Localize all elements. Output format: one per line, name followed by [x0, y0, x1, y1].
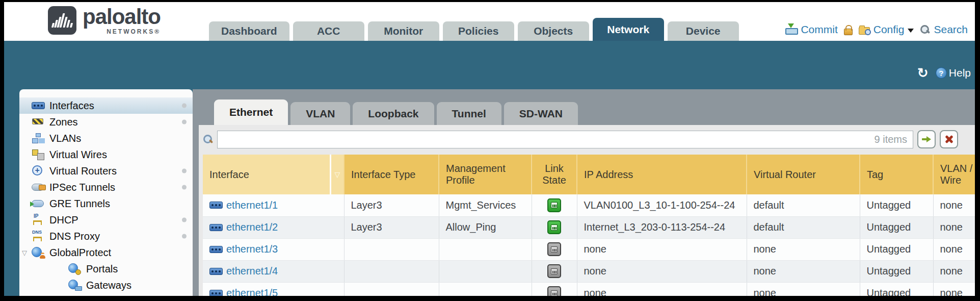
virtual-router-cell: none — [747, 238, 860, 260]
column-header-label: Virtual Router — [754, 169, 859, 181]
column-header-label: Tag — [867, 169, 933, 181]
tab-sd-wan[interactable]: SD-WAN — [504, 102, 578, 125]
nav-tab-acc[interactable]: ACC — [293, 21, 364, 41]
nav-tab-objects[interactable]: Objects — [518, 21, 589, 41]
sidebar-item-label: DNS Proxy — [49, 231, 100, 242]
sidebar-item-label: Virtual Wires — [49, 149, 107, 161]
link-state-cell — [532, 282, 577, 296]
paloalto-logo-icon — [48, 6, 76, 35]
interface-icon — [209, 246, 223, 253]
column-header-link-state[interactable]: LinkState — [532, 155, 577, 194]
tag-cell: Untagged — [860, 194, 933, 216]
sidebar-item-vlans[interactable]: VLANs — [19, 130, 193, 146]
sidebar-item-gateways[interactable]: Gateways — [19, 277, 193, 293]
nav-tab-network[interactable]: Network — [593, 18, 664, 41]
search-icon — [920, 24, 930, 35]
config-menu[interactable]: Config — [859, 23, 914, 36]
column-header-label: VLAN / Virtual — [940, 163, 975, 174]
main-panel: EthernetVLANLoopbackTunnelSD-WAN 9 items — [193, 89, 975, 296]
dhcp-icon — [32, 215, 45, 225]
dns-proxy-icon — [32, 231, 45, 241]
app-window: paloalto NETWORKS® DashboardACCMonitorPo… — [4, 2, 975, 296]
interface-link[interactable]: ethernet1/2 — [209, 221, 344, 233]
help-button[interactable]: Help — [936, 67, 971, 79]
portals-icon — [68, 264, 82, 274]
virtual-wires-icon — [32, 149, 45, 160]
column-header-virtual-router[interactable]: Virtual Router — [747, 155, 860, 194]
sidebar-item-interfaces[interactable]: Interfaces — [19, 97, 193, 114]
sidebar-item-ipsec-tunnels[interactable]: IPSec Tunnels — [19, 179, 193, 195]
green-arrow-icon — [922, 137, 931, 142]
column-header-interface[interactable]: Interface▽ — [203, 155, 344, 194]
link-state-up-icon[interactable] — [547, 220, 561, 234]
sidebar-item-dns-proxy[interactable]: DNS Proxy — [19, 228, 193, 244]
top-bar: paloalto NETWORKS® DashboardACCMonitorPo… — [4, 2, 975, 41]
virtual-router-cell: default — [747, 216, 860, 238]
link-state-cell — [532, 238, 577, 260]
apply-filter-button[interactable] — [917, 130, 936, 148]
interface-link[interactable]: ethernet1/3 — [209, 243, 344, 255]
filter-bar: 9 items — [203, 130, 958, 148]
tag-cell: Untagged — [860, 238, 933, 260]
interface-link[interactable]: ethernet1/5 — [209, 287, 344, 296]
tag-cell: Untagged — [860, 282, 933, 296]
column-header-label: Profile — [446, 174, 531, 186]
column-header-vlan-virtual-wire[interactable]: VLAN / VirtualWire — [933, 155, 975, 194]
sidebar-item-zones[interactable]: Zones — [19, 114, 193, 130]
column-header-label: Link — [532, 163, 576, 174]
link-state-down-icon[interactable] — [547, 264, 561, 278]
table-row: ethernet1/3nonenoneUntaggednone — [203, 238, 975, 260]
ipsec-tunnels-icon — [32, 182, 45, 192]
interface-link[interactable]: ethernet1/1 — [209, 199, 344, 211]
virtual-router-cell: default — [747, 194, 860, 216]
tab-loopback[interactable]: Loopback — [353, 102, 434, 125]
virtual-router-cell: none — [747, 282, 860, 296]
sidebar-item-label: Interfaces — [49, 100, 94, 112]
sidebar-item-gre-tunnels[interactable]: GRE Tunnels — [19, 195, 193, 212]
column-header-label: IP Address — [584, 169, 746, 181]
vlan-wire-cell: none — [933, 260, 975, 282]
config-label: Config — [873, 23, 905, 36]
sidebar-item-portals[interactable]: Portals — [19, 261, 193, 277]
clear-filter-button[interactable] — [940, 130, 958, 148]
nav-tab-monitor[interactable]: Monitor — [368, 21, 439, 41]
column-header-interface-type[interactable]: Interface Type — [344, 155, 439, 194]
search-button[interactable]: Search — [920, 23, 968, 36]
commit-button[interactable]: Commit — [785, 23, 837, 36]
link-state-down-icon[interactable] — [547, 242, 561, 256]
nav-tab-dashboard[interactable]: Dashboard — [209, 21, 289, 41]
sidebar-item-virtual-wires[interactable]: Virtual Wires — [19, 146, 193, 163]
nav-tab-device[interactable]: Device — [668, 21, 739, 41]
expander-triangle-icon[interactable]: ▽ — [22, 249, 27, 257]
management-profile-cell: Allow_Ping — [439, 216, 532, 238]
ip-address-cell: VLAN0100_L3_10-1-100-254--24 — [577, 194, 747, 216]
sidebar-item-dhcp[interactable]: DHCP — [19, 212, 193, 228]
commit-label: Commit — [801, 23, 837, 36]
main-nav-tabs: DashboardACCMonitorPoliciesObjectsNetwor… — [209, 18, 739, 41]
link-state-down-icon[interactable] — [547, 286, 561, 296]
tab-vlan[interactable]: VLAN — [290, 102, 350, 125]
interface-link[interactable]: ethernet1/4 — [209, 265, 344, 277]
nav-tab-policies[interactable]: Policies — [443, 21, 514, 41]
ip-address-cell: Internet_L3_203-0-113-254--24 — [577, 216, 747, 238]
link-state-up-icon[interactable] — [547, 198, 561, 212]
sidebar-item-dot — [182, 169, 187, 173]
lock-icon[interactable] — [844, 29, 853, 35]
sidebar-item-globalprotect[interactable]: ▽GlobalProtect — [19, 244, 193, 261]
brand-name: paloalto — [83, 6, 161, 28]
table-row: ethernet1/1Layer3Mgmt_ServicesVLAN0100_L… — [203, 194, 975, 216]
column-header-management-profile[interactable]: ManagementProfile — [439, 155, 532, 194]
sort-dropdown-icon[interactable]: ▽ — [330, 155, 343, 194]
vlan-wire-cell: none — [933, 194, 975, 216]
column-header-tag[interactable]: Tag — [860, 155, 933, 194]
refresh-icon[interactable]: ↻ — [917, 66, 929, 80]
column-header-ip-address[interactable]: IP Address — [577, 155, 747, 194]
brand-subtitle: NETWORKS® — [83, 29, 161, 35]
filter-input[interactable] — [217, 131, 913, 148]
interface-name: ethernet1/5 — [226, 287, 278, 296]
config-icon — [859, 27, 870, 35]
sidebar-item-virtual-routers[interactable]: Virtual Routers — [19, 163, 193, 179]
management-profile-cell — [439, 238, 532, 260]
tab-ethernet[interactable]: Ethernet — [214, 99, 288, 125]
tab-tunnel[interactable]: Tunnel — [437, 102, 501, 125]
